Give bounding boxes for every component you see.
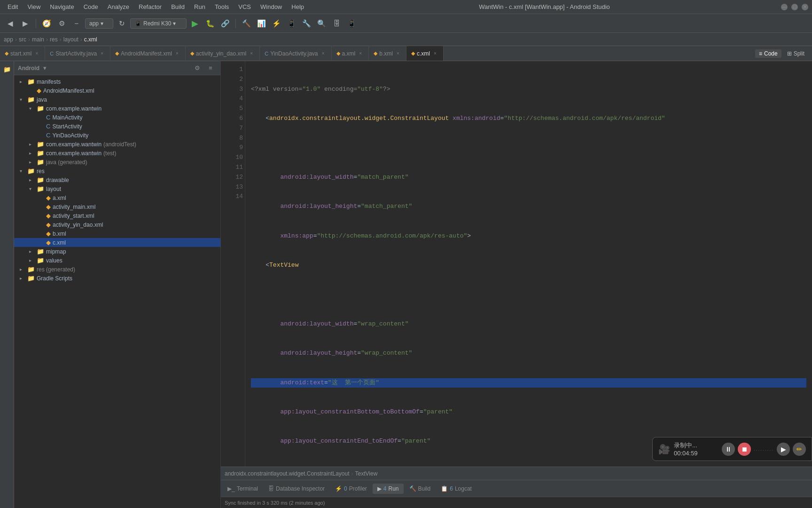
toolbar-sdk-icon[interactable]: 🔧 xyxy=(300,17,313,30)
menu-item-run[interactable]: Run xyxy=(190,2,209,11)
tab-activity-yin-dao-close[interactable]: × xyxy=(248,50,255,57)
code-view-button[interactable]: ≡ Code xyxy=(755,49,781,58)
device-selector[interactable]: 📱 Redmi K30 ▾ xyxy=(130,18,187,29)
tab-a-xml[interactable]: ◆ a.xml × xyxy=(332,46,369,61)
breadcrumb-res[interactable]: res xyxy=(50,36,58,43)
bottom-tab-build[interactable]: 🔨 Build xyxy=(405,484,436,494)
tree-item-res-generated[interactable]: ▸ 📁 res (generated) xyxy=(14,265,220,274)
recording-stop-button[interactable]: ⏹ xyxy=(738,443,751,456)
tab-startactivity-java[interactable]: C StartActivity.java × xyxy=(45,46,110,61)
toolbar-profile-icon[interactable]: ⚡ xyxy=(270,17,283,30)
bottom-tab-run[interactable]: ▶ 4 Run xyxy=(373,484,404,494)
tree-item-startactivity[interactable]: ▸ C StartActivity xyxy=(14,122,220,131)
toolbar-analyze-icon[interactable]: 📊 xyxy=(255,17,268,30)
menu-item-window[interactable]: Window xyxy=(257,2,286,11)
menu-item-refactor[interactable]: Refactor xyxy=(135,2,165,11)
menu-item-vcs[interactable]: VCS xyxy=(234,2,255,11)
tree-item-activity-yin-dao-xml[interactable]: ▸ ◆ activity_yin_dao.xml xyxy=(14,220,220,229)
tab-androidmanifest-close[interactable]: × xyxy=(174,50,180,57)
tree-item-package-androidtest[interactable]: ▸ 📁 com.example.wantwin (androidTest) xyxy=(14,140,220,149)
tree-item-package-test[interactable]: ▸ 📁 com.example.wantwin (test) xyxy=(14,149,220,158)
tab-startactivity-close[interactable]: × xyxy=(99,50,105,57)
tree-label-drawable: drawable xyxy=(46,177,69,183)
recording-pen-button[interactable]: ✏ xyxy=(793,443,806,456)
tree-item-java-generated[interactable]: ▸ 📁 java (generated) xyxy=(14,158,220,167)
tab-yindaoactivity-close[interactable]: × xyxy=(320,50,327,57)
tree-item-gradle-scripts[interactable]: ▸ 📁 Gradle Scripts xyxy=(14,274,220,283)
tree-item-mainactivity[interactable]: ▸ C MainActivity xyxy=(14,113,220,122)
toolbar-device-manager-icon[interactable]: 📱 xyxy=(285,17,298,30)
tree-item-activity-main-xml[interactable]: ▸ ◆ activity_main.xml xyxy=(14,202,220,211)
tree-item-c-xml[interactable]: ▸ ◆ c.xml xyxy=(14,238,220,247)
breadcrumb: app › src › main › res › layout › c.xml xyxy=(0,33,812,46)
toolbar-layout-inspector-icon[interactable]: 🔍 xyxy=(315,17,328,30)
bottom-tab-profiler[interactable]: ⚡ 0 Profiler xyxy=(330,484,372,494)
maximize-button[interactable]: ☐ xyxy=(791,4,798,10)
split-view-button[interactable]: ⊞ Split xyxy=(783,49,808,58)
bottom-tab-terminal[interactable]: ▶_ Terminal xyxy=(223,484,263,494)
menu-item-navigate[interactable]: Navigate xyxy=(46,2,78,11)
tab-c-xml-close[interactable]: × xyxy=(432,50,438,57)
tree-item-drawable[interactable]: ▸ 📁 drawable xyxy=(14,175,220,184)
toolbar-settings-icon[interactable]: ⚙ xyxy=(55,17,68,30)
tab-c-xml[interactable]: ◆ c.xml × xyxy=(406,46,444,61)
class-icon-start: C xyxy=(46,123,50,130)
sidebar-collapse-icon[interactable]: ≡ xyxy=(204,62,217,74)
tree-item-manifests[interactable]: ▸ 📁 manifests xyxy=(14,77,220,86)
recording-pause-button[interactable]: ⏸ xyxy=(722,443,735,456)
tree-item-values[interactable]: ▸ 📁 values xyxy=(14,256,220,265)
bottom-tab-database-inspector[interactable]: 🗄 Database Inspector xyxy=(264,484,329,494)
toolbar-database-icon[interactable]: 🗄 xyxy=(330,17,343,30)
sidebar-header-dropdown[interactable]: ▾ xyxy=(43,64,47,71)
breadcrumb-main[interactable]: main xyxy=(32,36,44,43)
tree-item-yindaoactivity[interactable]: ▸ C YinDaoActivity xyxy=(14,131,220,140)
tree-item-java[interactable]: ▾ 📁 java xyxy=(14,95,220,104)
sidebar-android-icon[interactable]: 📁 xyxy=(1,63,13,75)
bottom-tab-logcat[interactable]: 📋 6 Logcat xyxy=(436,484,476,494)
tab-b-xml[interactable]: ◆ b.xml × xyxy=(369,46,406,61)
tree-item-mipmap[interactable]: ▸ 📁 mipmap xyxy=(14,247,220,256)
tree-item-b-xml[interactable]: ▸ ◆ b.xml xyxy=(14,229,220,238)
tree-item-res[interactable]: ▾ 📁 res xyxy=(14,167,220,175)
menu-item-code[interactable]: Code xyxy=(80,2,102,11)
tree-item-activity-start-xml[interactable]: ▸ ◆ activity_start.xml xyxy=(14,211,220,220)
attach-debugger-icon[interactable]: 🔗 xyxy=(219,17,232,30)
menu-item-build[interactable]: Build xyxy=(167,2,188,11)
menu-item-help[interactable]: Help xyxy=(288,2,308,11)
toolbar-sync-icon[interactable]: ↻ xyxy=(115,17,128,30)
tab-start-xml-close[interactable]: × xyxy=(33,50,40,57)
code-container[interactable]: 1 2 3 4 5 6 7 8 9 10 11 12 13 14 <?xml v… xyxy=(221,61,812,467)
toolbar-minus-icon[interactable]: − xyxy=(70,17,83,30)
toolbar-build-icon[interactable]: 🔨 xyxy=(240,17,253,30)
run-button[interactable]: ▶ xyxy=(188,17,202,30)
menu-item-view[interactable]: View xyxy=(23,2,44,11)
tree-item-androidmanifest[interactable]: ▸ ◆ AndroidManifest.xml xyxy=(14,86,220,95)
menu-item-tools[interactable]: Tools xyxy=(211,2,233,11)
breadcrumb-app[interactable]: app xyxy=(4,36,13,43)
tab-activity-yin-dao[interactable]: ◆ activity_yin_dao.xml × xyxy=(186,46,260,61)
tab-start-xml[interactable]: ◆ start.xml × xyxy=(0,46,45,61)
debug-button[interactable]: 🐛 xyxy=(203,17,217,30)
toolbar-back-icon[interactable]: ◀ xyxy=(4,17,17,30)
close-button[interactable]: ✕ xyxy=(802,4,808,10)
breadcrumb-src[interactable]: src xyxy=(19,36,26,43)
recording-play-button[interactable]: ▶ xyxy=(777,443,790,456)
code-content[interactable]: <?xml version="1.0" encoding="utf-8"?> <… xyxy=(245,61,812,467)
tree-item-a-xml[interactable]: ▸ ◆ a.xml xyxy=(14,193,220,202)
sidebar-gear-icon[interactable]: ⚙ xyxy=(191,62,203,74)
tab-androidmanifest[interactable]: ◆ AndroidManifest.xml × xyxy=(110,46,186,61)
tab-yindaoactivity[interactable]: C YinDaoActivity.java × xyxy=(260,46,331,61)
module-selector[interactable]: app ▾ xyxy=(85,18,113,29)
breadcrumb-file[interactable]: c.xml xyxy=(84,36,97,43)
toolbar-compass-icon[interactable]: 🧭 xyxy=(40,17,53,30)
toolbar-forward-icon[interactable]: ▶ xyxy=(19,17,32,30)
tree-item-package-main[interactable]: ▾ 📁 com.example.wantwin xyxy=(14,104,220,113)
tree-item-layout[interactable]: ▾ 📁 layout xyxy=(14,184,220,193)
menu-item-edit[interactable]: Edit xyxy=(4,2,22,11)
breadcrumb-layout[interactable]: layout xyxy=(63,36,78,43)
toolbar-emulator-icon[interactable]: 📱 xyxy=(345,17,358,30)
tab-b-xml-close[interactable]: × xyxy=(395,50,401,57)
minimize-button[interactable]: — xyxy=(781,4,788,10)
menu-item-analyze[interactable]: Analyze xyxy=(104,2,133,11)
tab-a-xml-close[interactable]: × xyxy=(357,50,364,57)
